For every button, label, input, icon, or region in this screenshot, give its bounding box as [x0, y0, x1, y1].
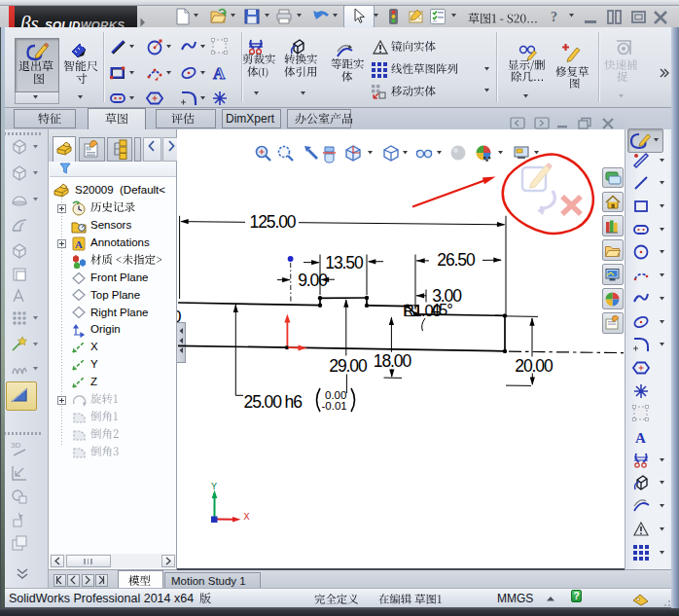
- svg-text:26.50: 26.50: [437, 250, 476, 270]
- svg-text:29.00: 29.00: [329, 356, 368, 376]
- svg-text:0.00: 0.00: [325, 389, 346, 401]
- svg-text:45°: 45°: [431, 301, 452, 318]
- svg-text:13.50: 13.50: [325, 253, 364, 272]
- svg-text:X: X: [244, 512, 250, 523]
- svg-text:A: A: [635, 430, 646, 446]
- svg-text:9.00: 9.00: [298, 271, 328, 290]
- svg-text:-0.01: -0.01: [322, 400, 347, 412]
- svg-text:125.00: 125.00: [250, 212, 297, 232]
- svg-text:Y: Y: [211, 482, 217, 492]
- svg-text:20.00: 20.00: [515, 356, 554, 376]
- svg-text:18.00: 18.00: [374, 351, 412, 371]
- svg-text:25.00 h6: 25.00 h6: [244, 392, 303, 412]
